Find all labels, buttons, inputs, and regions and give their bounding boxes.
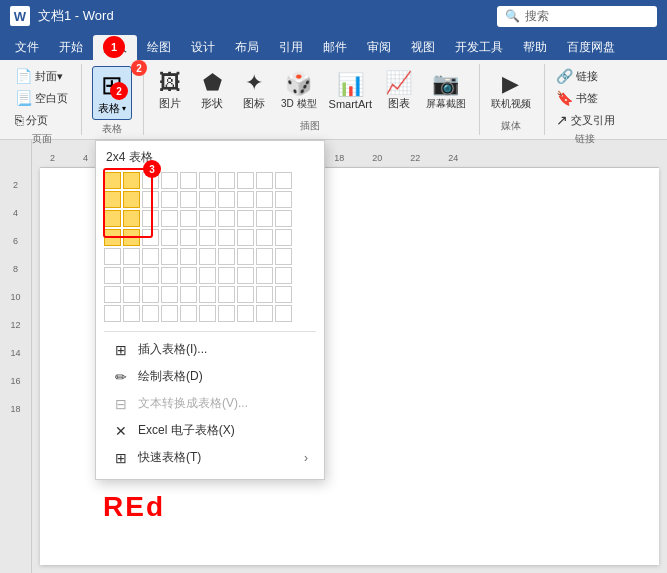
grid-cell[interactable] [199, 191, 216, 208]
grid-cell[interactable] [123, 210, 140, 227]
grid-cell[interactable] [218, 229, 235, 246]
grid-cell[interactable] [275, 267, 292, 284]
grid-cell[interactable] [256, 172, 273, 189]
grid-cell[interactable] [199, 267, 216, 284]
grid-cell[interactable] [123, 248, 140, 265]
grid-cell[interactable] [199, 172, 216, 189]
grid-cell[interactable] [104, 248, 121, 265]
grid-cell[interactable] [237, 172, 254, 189]
grid-cell[interactable] [256, 191, 273, 208]
grid-cell[interactable] [237, 191, 254, 208]
tab-mail[interactable]: 邮件 [313, 35, 357, 60]
grid-cell[interactable] [218, 210, 235, 227]
grid-cell[interactable] [123, 172, 140, 189]
tab-developer[interactable]: 开发工具 [445, 35, 513, 60]
grid-cell[interactable] [275, 286, 292, 303]
grid-cell[interactable] [104, 267, 121, 284]
grid-cell[interactable] [104, 172, 121, 189]
draw-table-item[interactable]: ✏ 绘制表格(D) [104, 363, 316, 390]
bookmark-btn[interactable]: 🔖 书签 [551, 88, 620, 108]
grid-cell[interactable] [256, 267, 273, 284]
crossref-btn[interactable]: ↗ 交叉引用 [551, 110, 620, 130]
grid-cell[interactable] [237, 305, 254, 322]
grid-cell[interactable] [180, 286, 197, 303]
grid-cell[interactable] [275, 191, 292, 208]
shape-btn[interactable]: ⬟ 形状 [192, 69, 232, 114]
online-video-btn[interactable]: ▶ 联机视频 [486, 70, 536, 114]
grid-cell[interactable] [161, 210, 178, 227]
grid-cell[interactable] [180, 210, 197, 227]
grid-cell[interactable] [161, 267, 178, 284]
grid-cell[interactable] [275, 229, 292, 246]
grid-cell[interactable] [256, 248, 273, 265]
grid-cell[interactable] [256, 210, 273, 227]
tab-design[interactable]: 设计 [181, 35, 225, 60]
grid-cell[interactable] [104, 305, 121, 322]
blank-page-btn[interactable]: 📃 空白页 [10, 88, 73, 108]
tab-start[interactable]: 开始 [49, 35, 93, 60]
grid-cell[interactable] [104, 286, 121, 303]
grid-cell[interactable] [123, 267, 140, 284]
grid-cell[interactable] [180, 267, 197, 284]
grid-cell[interactable] [104, 191, 121, 208]
link-btn[interactable]: 🔗 链接 [551, 66, 620, 86]
grid-cell[interactable] [123, 305, 140, 322]
grid-cell[interactable] [256, 229, 273, 246]
icon-btn[interactable]: ✦ 图标 [234, 69, 274, 114]
cover-page-btn[interactable]: 📄 封面▾ [10, 66, 73, 86]
grid-cell[interactable] [199, 286, 216, 303]
quick-table-item[interactable]: ⊞ 快速表格(T) › [104, 444, 316, 471]
tab-view[interactable]: 视图 [401, 35, 445, 60]
grid-cell[interactable] [180, 305, 197, 322]
grid-cell[interactable] [237, 286, 254, 303]
grid-cell[interactable] [161, 305, 178, 322]
page-break-btn[interactable]: ⎘ 分页 [10, 110, 73, 130]
grid-cell[interactable] [180, 172, 197, 189]
tab-file[interactable]: 文件 [5, 35, 49, 60]
smartart-btn[interactable]: 📊 SmartArt [324, 71, 377, 113]
grid-cell[interactable] [180, 229, 197, 246]
excel-table-item[interactable]: ✕ Excel 电子表格(X) [104, 417, 316, 444]
grid-cell[interactable] [199, 229, 216, 246]
grid-cell[interactable] [161, 191, 178, 208]
grid-cell[interactable] [161, 248, 178, 265]
tab-help[interactable]: 帮助 [513, 35, 557, 60]
tab-review[interactable]: 审阅 [357, 35, 401, 60]
picture-btn[interactable]: 🖼 图片 [150, 69, 190, 114]
grid-cell[interactable] [218, 305, 235, 322]
tab-reference[interactable]: 引用 [269, 35, 313, 60]
grid-cell[interactable] [256, 305, 273, 322]
grid-cell[interactable] [104, 210, 121, 227]
grid-cell[interactable] [142, 248, 159, 265]
grid-cell[interactable] [142, 267, 159, 284]
grid-cell[interactable] [142, 229, 159, 246]
grid-cell[interactable] [218, 267, 235, 284]
grid-cell[interactable] [142, 172, 159, 189]
grid-cell[interactable] [142, 305, 159, 322]
grid-cell[interactable] [104, 229, 121, 246]
tab-draw[interactable]: 绘图 [137, 35, 181, 60]
grid-cell[interactable] [237, 229, 254, 246]
table-grid[interactable] [104, 172, 316, 323]
grid-cell[interactable] [218, 248, 235, 265]
3d-btn[interactable]: 🎲 3D 模型 [276, 70, 322, 114]
grid-cell[interactable] [218, 191, 235, 208]
grid-cell[interactable] [199, 305, 216, 322]
grid-cell[interactable] [218, 172, 235, 189]
grid-cell[interactable] [142, 286, 159, 303]
grid-cell[interactable] [237, 210, 254, 227]
grid-cell[interactable] [161, 286, 178, 303]
grid-cell[interactable] [180, 191, 197, 208]
grid-cell[interactable] [123, 286, 140, 303]
grid-cell[interactable] [199, 210, 216, 227]
grid-cell[interactable] [123, 191, 140, 208]
search-box[interactable]: 🔍 搜索 [497, 6, 657, 27]
grid-cell[interactable] [237, 248, 254, 265]
grid-cell[interactable] [161, 172, 178, 189]
grid-cell[interactable] [275, 210, 292, 227]
grid-cell[interactable] [256, 286, 273, 303]
grid-cell[interactable] [275, 248, 292, 265]
insert-table-item[interactable]: ⊞ 插入表格(I)... [104, 336, 316, 363]
screenshot-btn[interactable]: 📷 屏幕截图 [421, 70, 471, 114]
grid-cell[interactable] [123, 229, 140, 246]
